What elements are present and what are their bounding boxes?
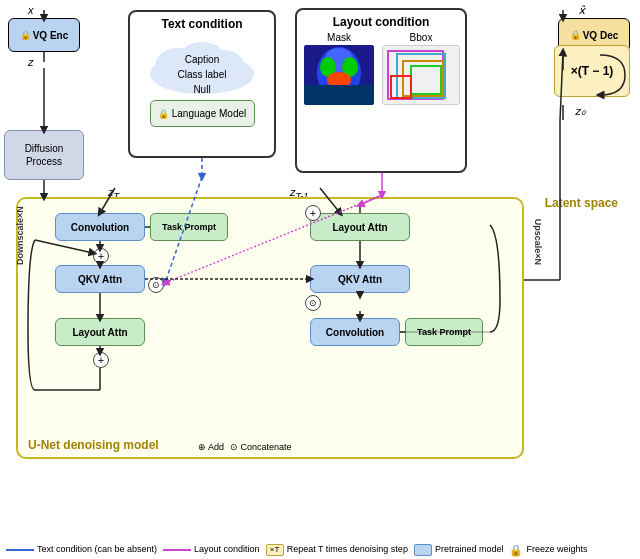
qkv-attn-right-box: QKV Attn bbox=[310, 265, 410, 293]
mask-label: Mask bbox=[302, 32, 376, 43]
language-model-box: 🔒 Language Model bbox=[150, 100, 255, 127]
layout-attn-left-box: Layout Attn bbox=[55, 318, 145, 346]
cloud-class: Class label bbox=[142, 67, 262, 82]
conv-right-box: Convolution bbox=[310, 318, 400, 346]
qkv-attn-left-box: QKV Attn bbox=[55, 265, 145, 293]
task-prompt-right-box: Task Prompt bbox=[405, 318, 483, 346]
upscale-label: Upscale×N bbox=[533, 219, 543, 265]
plus-circle-left-bottom: + bbox=[93, 352, 109, 368]
diagram-container: x z x̂ z₀ 🔒 VQ Enc 🔒 VQ Dec Diffusion Pr… bbox=[0, 0, 640, 559]
legend-text-cond: Text condition (can be absent) bbox=[6, 544, 157, 556]
mask-image bbox=[304, 45, 374, 105]
repeat-t-box: ×(T − 1) bbox=[554, 45, 630, 97]
x-label: x bbox=[28, 4, 34, 16]
layout-attn-right-box: Layout Attn bbox=[310, 213, 410, 241]
bbox-image bbox=[382, 45, 460, 105]
concat-circle-right: ⊙ bbox=[305, 295, 321, 311]
plus-circle-left-top: + bbox=[93, 248, 109, 264]
cloud-null: Null bbox=[142, 82, 262, 97]
unet-label: U-Net denoising model bbox=[28, 438, 159, 452]
z0-label: z₀ bbox=[576, 105, 586, 118]
legend: Text condition (can be absent) Layout co… bbox=[6, 543, 587, 557]
vq-enc-box: 🔒 VQ Enc bbox=[8, 18, 80, 52]
z-label: z bbox=[28, 56, 34, 68]
latent-space-label: Latent space bbox=[545, 196, 618, 210]
legend-pretrained: Pretrained model bbox=[414, 544, 504, 556]
text-condition-title: Text condition bbox=[135, 17, 269, 31]
legend-freeze: 🔒 Freeze weights bbox=[509, 543, 587, 557]
layout-condition-box: Layout condition Mask bbox=[295, 8, 467, 173]
svg-rect-10 bbox=[304, 85, 374, 105]
task-prompt-left-box: Task Prompt bbox=[150, 213, 228, 241]
concat-circle-left: ⊙ bbox=[148, 277, 164, 293]
downscale-label: Downscale×N bbox=[15, 206, 25, 265]
text-condition-box: Text condition Caption Class label Null … bbox=[128, 10, 276, 158]
diffusion-process-box: Diffusion Process bbox=[4, 130, 84, 180]
cloud-caption: Caption bbox=[142, 52, 262, 67]
layout-condition-title: Layout condition bbox=[302, 15, 460, 29]
add-concat-legend: ⊕ Add ⊙ Concatenate bbox=[198, 442, 292, 452]
conv-left-box: Convolution bbox=[55, 213, 145, 241]
xhat-label: x̂ bbox=[578, 4, 585, 17]
legend-repeat: ×T Repeat T times denoising step bbox=[266, 544, 408, 556]
bbox-label: Bbox bbox=[382, 32, 460, 43]
plus-circle-right-top: + bbox=[305, 205, 321, 221]
legend-layout-cond: Layout condition bbox=[163, 544, 260, 556]
